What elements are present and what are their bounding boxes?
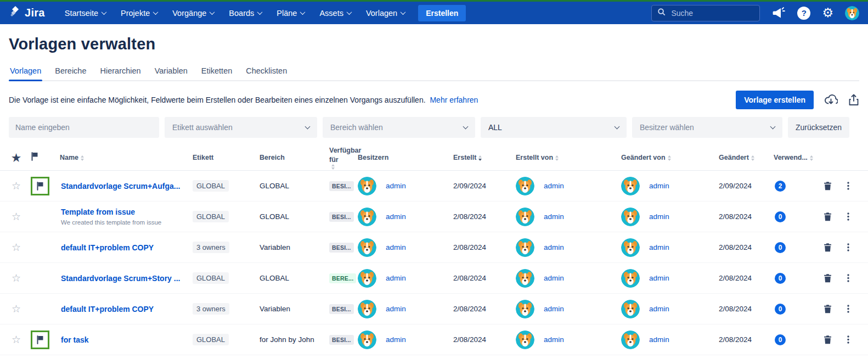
more-menu-icon[interactable]: [844, 243, 853, 252]
creator-link[interactable]: admin: [544, 305, 564, 313]
availability-chip[interactable]: BERE...: [329, 273, 356, 283]
tab-bereiche[interactable]: Bereiche: [54, 66, 87, 80]
header-geaendert-von[interactable]: Geändert von: [621, 153, 719, 163]
owner-link[interactable]: admin: [386, 305, 406, 313]
header-verfuegbar-fuer[interactable]: Verfügbar für: [329, 146, 358, 170]
main-menu-item[interactable]: Pläne: [277, 9, 305, 18]
tab-hierarchien[interactable]: Hierarchien: [99, 66, 142, 80]
template-name-link[interactable]: Standardvorlage Scrum+Story ...: [61, 274, 180, 283]
delete-icon[interactable]: [823, 212, 832, 221]
template-name-link[interactable]: default IT+problem COPY: [61, 243, 154, 252]
star-icon[interactable]: ☆: [9, 333, 21, 346]
delete-icon[interactable]: [823, 304, 832, 313]
star-icon[interactable]: ☆: [9, 272, 21, 284]
owner-link[interactable]: admin: [386, 212, 406, 221]
template-name-link[interactable]: Standardvorlage Scrum+Aufga...: [61, 182, 180, 191]
creator-link[interactable]: admin: [544, 212, 564, 221]
create-button[interactable]: Erstellen: [418, 5, 466, 21]
availability-chip[interactable]: BESI...: [329, 212, 354, 222]
star-icon[interactable]: ☆: [9, 303, 21, 315]
modifier-link[interactable]: admin: [649, 335, 669, 344]
learn-more-link[interactable]: Mehr erfahren: [430, 96, 478, 104]
search-input[interactable]: [670, 8, 754, 18]
table-row: ☆ Template from issue We created this te…: [0, 201, 868, 232]
main-menu-item[interactable]: Startseite: [65, 9, 106, 18]
template-name-link[interactable]: Template from issue: [61, 208, 135, 216]
usage-count-badge: 2: [775, 181, 786, 192]
megaphone-icon[interactable]: [771, 7, 786, 20]
delete-icon[interactable]: [823, 181, 832, 191]
import-cloud-icon[interactable]: [824, 94, 838, 106]
header-name[interactable]: Name: [57, 153, 193, 163]
top-navbar: Jira Startseite Projekte Vorgänge Boards…: [0, 2, 868, 24]
star-icon[interactable]: ☆: [9, 241, 21, 254]
delete-icon[interactable]: [823, 273, 832, 283]
search-box[interactable]: [651, 5, 760, 21]
more-menu-icon[interactable]: [844, 335, 853, 344]
table-row: ☆ for task GLOBAL for John by John BESI.…: [0, 324, 868, 355]
owner-link[interactable]: admin: [386, 243, 406, 251]
star-header-icon[interactable]: ★: [9, 151, 21, 165]
settings-gear-icon[interactable]: ⚙: [822, 7, 833, 19]
scope-filter-select[interactable]: Bereich wählen: [323, 117, 475, 138]
tab-etiketten[interactable]: Etiketten: [200, 66, 233, 80]
creator-link[interactable]: admin: [544, 243, 564, 251]
delete-icon[interactable]: [823, 243, 832, 252]
creator-link[interactable]: admin: [544, 182, 564, 190]
chevron-down-icon: [210, 9, 215, 15]
modifier-link[interactable]: admin: [649, 243, 669, 251]
header-erstellt[interactable]: Erstellt: [453, 153, 516, 163]
flag-box[interactable]: [31, 177, 49, 195]
create-template-button[interactable]: Vorlage erstellen: [736, 91, 814, 109]
more-menu-icon[interactable]: [844, 212, 853, 221]
modified-date: 2/08/2024: [719, 305, 774, 313]
tab-checklisten[interactable]: Checklisten: [245, 66, 288, 80]
type-filter-select[interactable]: ALL: [481, 117, 627, 138]
modifier-link[interactable]: admin: [649, 274, 669, 282]
header-erstellt-von[interactable]: Erstellt von: [516, 153, 621, 163]
availability-chip[interactable]: BESI...: [329, 304, 354, 314]
main-menu-item[interactable]: Vorgänge: [172, 9, 214, 18]
label-filter-select[interactable]: Etikett auswählen: [165, 117, 317, 138]
main-menu-item[interactable]: Boards: [229, 9, 262, 18]
availability-chip[interactable]: BESI...: [329, 243, 354, 253]
usage-count-badge: 0: [775, 304, 786, 315]
owner-link[interactable]: admin: [386, 335, 406, 344]
owner-filter-select[interactable]: Besitzer wählen: [632, 117, 782, 138]
more-menu-icon[interactable]: [844, 304, 853, 313]
tab-vorlagen[interactable]: Vorlagen: [9, 66, 42, 80]
main-menu-item[interactable]: Assets: [319, 9, 351, 18]
flag-box[interactable]: [31, 331, 49, 349]
star-icon[interactable]: ☆: [9, 180, 21, 192]
scope-value: for John by John: [260, 335, 329, 344]
main-menu-item[interactable]: Vorlagen: [366, 9, 405, 18]
tab-variablen[interactable]: Variablen: [154, 66, 189, 80]
delete-icon[interactable]: [823, 335, 832, 344]
header-verwendungen[interactable]: Verwend...: [774, 153, 821, 163]
jira-logo[interactable]: Jira: [9, 5, 45, 21]
template-name-link[interactable]: default IT+problem COPY: [61, 305, 154, 313]
availability-chip[interactable]: BESI...: [329, 181, 354, 191]
page-title: Vorlagen verwalten: [9, 35, 859, 53]
modifier-link[interactable]: admin: [649, 182, 669, 190]
template-name-link[interactable]: for task: [61, 335, 89, 344]
creator-link[interactable]: admin: [544, 274, 564, 282]
reset-filters-button[interactable]: Zurücksetzen: [788, 117, 849, 138]
profile-avatar[interactable]: [845, 6, 859, 20]
more-menu-icon[interactable]: [844, 273, 853, 283]
modifier-link[interactable]: admin: [649, 212, 669, 221]
flag-icon: [36, 335, 44, 344]
more-menu-icon[interactable]: [844, 181, 853, 191]
flag-header-icon[interactable]: [31, 152, 38, 164]
main-menu-item[interactable]: Projekte: [121, 9, 157, 18]
name-filter-input[interactable]: [9, 117, 159, 138]
export-icon[interactable]: [848, 94, 859, 106]
availability-chip[interactable]: BESI...: [329, 335, 354, 345]
header-geaendert[interactable]: Geändert: [719, 153, 774, 163]
owner-link[interactable]: admin: [386, 274, 406, 282]
help-icon[interactable]: ?: [797, 7, 810, 20]
star-icon[interactable]: ☆: [9, 210, 21, 223]
owner-link[interactable]: admin: [386, 182, 406, 190]
creator-link[interactable]: admin: [544, 335, 564, 344]
modifier-link[interactable]: admin: [649, 305, 669, 313]
